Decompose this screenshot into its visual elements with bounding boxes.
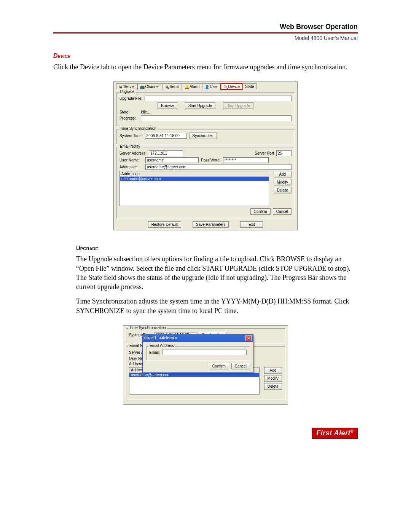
addressee-item[interactable]: username@server.com xyxy=(120,177,269,181)
server-port-input[interactable] xyxy=(276,150,292,156)
dialog-email-input[interactable] xyxy=(162,350,247,355)
modify-button[interactable]: Modify xyxy=(274,179,292,185)
tab-server[interactable]: 🖥Server xyxy=(116,83,137,89)
progress-label: Progress: xyxy=(119,116,139,120)
section-device-label: Device xyxy=(53,53,358,59)
addresser-label: Addresser: xyxy=(119,165,143,169)
tab-alarm-label: Alarm xyxy=(190,85,199,89)
email-dialog-screenshot: Time Synchronization System Time: Synchr… xyxy=(123,325,288,405)
delete-button-2[interactable]: Delete xyxy=(264,383,282,390)
browse-button[interactable]: Browse xyxy=(158,102,177,109)
tab-user-label: User xyxy=(210,85,218,89)
save-parameters-button[interactable]: Save Parameters xyxy=(193,221,229,228)
username-label: User Name: xyxy=(119,158,143,162)
upgrade-heading: Upgrade xyxy=(76,245,358,251)
synchronize-button[interactable]: Synchronize xyxy=(189,133,217,139)
dialog-email-group: Email Address Email: xyxy=(146,346,250,361)
addressee-item-2[interactable]: username@server.com xyxy=(129,373,259,377)
add-button[interactable]: Add xyxy=(274,171,292,177)
systime-input[interactable] xyxy=(145,133,187,139)
tab-serial-label: Serial xyxy=(170,85,180,89)
progress-bar xyxy=(141,115,292,121)
modify-button-2[interactable]: Modify xyxy=(264,375,282,382)
timesync-group: Time Synchronization System Time: Synchr… xyxy=(116,129,295,144)
logo-registered: ® xyxy=(350,429,354,433)
server-address-input[interactable] xyxy=(149,150,183,156)
first-alert-logo: First Alert® xyxy=(312,428,358,439)
tab-state[interactable]: State xyxy=(242,83,256,89)
email-address-dialog: Email Address ✕ Email Address Email: Con… xyxy=(142,334,253,373)
timesync-legend-2: Time Synchronization xyxy=(128,326,167,330)
page-header-subtitle: Model 4800 User's Manual xyxy=(53,35,358,41)
addressee-list[interactable]: Addressee username@server.com xyxy=(119,171,269,206)
email-group: Email Notify Server Address: Server Port… xyxy=(116,147,295,219)
upgrade-paragraph-1: The Upgrade subsection offers options fo… xyxy=(76,254,358,291)
username-input[interactable] xyxy=(145,157,199,163)
dialog-cancel-button[interactable]: Cancel xyxy=(231,363,250,369)
timesync-legend: Time Synchronization xyxy=(119,126,158,131)
server-address-label: Server Address: xyxy=(119,151,147,155)
serial-icon: 🔌 xyxy=(165,85,169,89)
tab-serial[interactable]: 🔌Serial xyxy=(162,83,182,89)
upgrade-file-input[interactable] xyxy=(145,96,292,101)
device-intro-text: Click the Device tab to open the Device … xyxy=(53,62,358,72)
dialog-confirm-button[interactable]: Confirm xyxy=(209,363,229,369)
tab-state-label: State xyxy=(245,85,254,89)
email-cancel-button[interactable]: Cancel xyxy=(273,208,292,215)
alarm-icon: 🔔 xyxy=(185,85,188,89)
close-icon[interactable]: ✕ xyxy=(245,335,252,341)
upgrade-legend: Upgrade xyxy=(119,89,135,94)
addressee-header: Addressee xyxy=(120,171,269,177)
addresser-input[interactable] xyxy=(145,164,292,170)
systime-label: System Time: xyxy=(119,134,143,138)
device-tab-screenshot: 🖥Server 📺Channel 🔌Serial 🔔Alarm 👤User 🔍D… xyxy=(113,81,298,230)
server-port-label: Server Port xyxy=(255,151,274,155)
tab-channel[interactable]: 📺Channel xyxy=(137,83,162,89)
upgrade-paragraph-2: Time Synchronization adjusts the system … xyxy=(76,297,358,315)
device-icon: 🔍 xyxy=(223,85,227,89)
delete-button[interactable]: Delete xyxy=(274,187,292,193)
tab-server-label: Server xyxy=(124,85,135,89)
header-rule xyxy=(53,32,358,34)
server-icon: 🖥 xyxy=(119,85,123,89)
tab-device-label: Device xyxy=(228,85,240,89)
stop-upgrade-button[interactable]: Stop Upgrade xyxy=(223,102,253,109)
tab-channel-label: Channel xyxy=(145,85,159,89)
exit-button[interactable]: Exit xyxy=(240,221,263,228)
channel-icon: 📺 xyxy=(140,85,144,89)
upgrade-file-label: Upgrade File: xyxy=(119,96,142,101)
dialog-title-text: Email Address xyxy=(144,336,177,340)
dialog-email-legend: Email Address xyxy=(148,343,175,348)
page-header-title: Web Browser Operation xyxy=(53,23,358,31)
tab-alarm[interactable]: 🔔Alarm xyxy=(182,83,202,89)
restore-default-button[interactable]: Restore Default xyxy=(148,221,181,228)
add-button-2[interactable]: Add xyxy=(264,367,282,374)
tab-user[interactable]: 👤User xyxy=(202,83,220,89)
tab-bar: 🖥Server 📺Channel 🔌Serial 🔔Alarm 👤User 🔍D… xyxy=(116,83,295,89)
email-confirm-button[interactable]: Confirm xyxy=(250,208,271,215)
password-label: Pass Word: xyxy=(201,158,221,162)
tab-device[interactable]: 🔍Device xyxy=(221,83,243,89)
upgrade-group: Upgrade Upgrade File: Browse Start Upgra… xyxy=(116,92,295,126)
state-label: State: xyxy=(119,110,139,114)
email-legend: Email Notify xyxy=(119,144,141,149)
logo-text: First Alert xyxy=(316,429,350,437)
state-value: Idle... xyxy=(141,110,150,114)
dialog-email-label: Email: xyxy=(149,350,160,355)
password-input[interactable] xyxy=(223,157,269,163)
user-icon: 👤 xyxy=(205,85,209,89)
start-upgrade-button[interactable]: Start Upgrade xyxy=(185,102,215,109)
